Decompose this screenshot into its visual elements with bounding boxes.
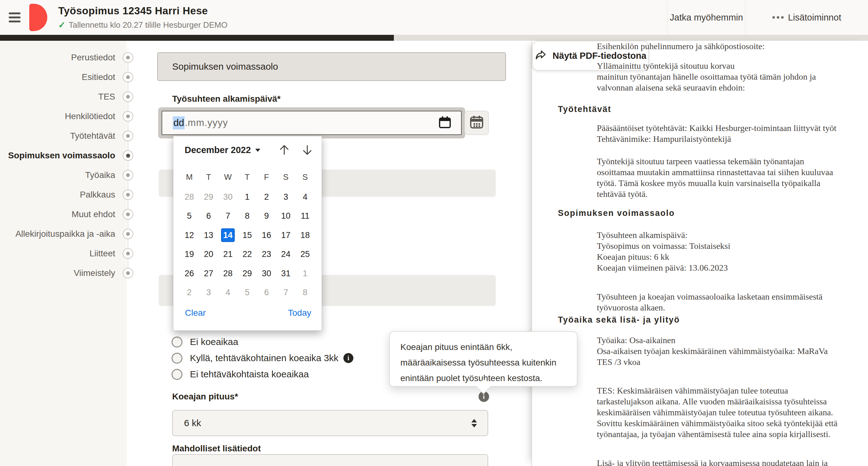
calendar-day[interactable]: 3 <box>199 285 218 300</box>
calendar-day[interactable]: 10 <box>276 209 296 223</box>
sidebar-step-indicator-3[interactable] <box>123 92 133 102</box>
hamburger-menu-icon[interactable] <box>9 12 21 23</box>
month-selector[interactable]: December 2022 <box>185 145 260 155</box>
probation-radio-option-1[interactable]: Ei koeaikaa <box>172 335 238 348</box>
sidebar-step-indicator-6[interactable] <box>123 150 133 161</box>
sidebar-item-10[interactable]: Allekirjoituspaikka ja -aika <box>0 228 115 240</box>
radio-icon[interactable] <box>172 337 182 347</box>
calendar-day[interactable]: 3 <box>276 190 296 204</box>
brand-logo <box>29 4 47 31</box>
calendar-day[interactable]: 4 <box>218 285 238 300</box>
section-header-label: Sopimuksen voimassaolo <box>172 61 278 72</box>
calendar-day[interactable]: 22 <box>238 247 257 261</box>
calendar-day[interactable]: 28 <box>218 266 238 280</box>
progress-fill <box>0 35 394 41</box>
calendar-day[interactable]: 20 <box>199 247 218 261</box>
calendar-day[interactable]: 30 <box>257 266 276 280</box>
pdf-heading: Työtehtävät <box>558 103 612 115</box>
tooltip: Koeajan pituus enintään 6kk, määräaikais… <box>389 331 578 387</box>
sidebar-item-2[interactable]: Esitiedot <box>0 71 115 84</box>
sidebar-step-indicator-10[interactable] <box>123 229 133 239</box>
start-date-input[interactable]: dd.mm.yyyy <box>162 111 462 135</box>
weekday-label: S <box>296 171 315 183</box>
sidebar-step-indicator-5[interactable] <box>123 131 133 141</box>
calendar-day[interactable]: 6 <box>199 209 218 223</box>
calendar-day[interactable]: 24 <box>276 247 296 261</box>
calendar-day[interactable]: 2 <box>180 285 199 300</box>
calendar-day[interactable]: 11 <box>296 209 315 223</box>
calendar-day[interactable]: 5 <box>180 209 199 223</box>
next-month-arrow-icon[interactable] <box>301 143 314 157</box>
calendar-day[interactable]: 13 <box>199 228 218 242</box>
calendar-day[interactable]: 17 <box>276 228 296 242</box>
pdf-heading: Työaika sekä lisä- ja ylityö <box>558 313 680 326</box>
calendar-day[interactable]: 8 <box>296 285 315 300</box>
sidebar-item-7[interactable]: Työaika <box>0 169 115 181</box>
calendar-week-row: 567891011 <box>180 209 315 223</box>
calendar-day[interactable]: 1 <box>238 190 257 204</box>
radio-icon[interactable] <box>172 353 182 364</box>
calendar-day[interactable]: 7 <box>276 285 296 300</box>
calendar-day[interactable]: 7 <box>218 209 238 223</box>
calendar-day[interactable]: 9 <box>257 209 276 223</box>
sidebar-item-3[interactable]: TES <box>0 91 115 103</box>
sidebar-step-indicator-12[interactable] <box>123 268 133 278</box>
sidebar-step-indicator-4[interactable] <box>123 111 133 122</box>
continue-later-button[interactable]: Jatka myöhemmin <box>667 0 745 35</box>
calendar-day[interactable]: 2 <box>257 190 276 204</box>
calendar-day[interactable]: 28 <box>180 190 199 204</box>
sidebar-step-indicator-2[interactable] <box>123 72 133 82</box>
date-day-segment[interactable]: dd <box>173 116 185 129</box>
sidebar-item-6[interactable]: Sopimuksen voimassaolo <box>0 149 115 162</box>
sidebar-item-4[interactable]: Henkilötiedot <box>0 110 115 123</box>
additional-info-textarea[interactable] <box>172 454 488 466</box>
date-rest-segment[interactable]: .mm.yyyy <box>185 117 228 129</box>
calendar-day[interactable]: 30 <box>218 190 238 204</box>
calendar-week-row: 2829301234 <box>180 190 315 204</box>
calendar-day[interactable]: 6 <box>257 285 276 300</box>
sidebar-item-11[interactable]: Liitteet <box>0 247 115 260</box>
calendar-week-row: 2345678 <box>180 285 315 300</box>
more-actions-button[interactable]: Lisätoiminnot <box>745 0 868 35</box>
sidebar-step-indicator-11[interactable] <box>123 248 133 259</box>
calendar-day[interactable]: 27 <box>199 266 218 280</box>
calendar-day[interactable]: 18 <box>296 228 315 242</box>
calendar-day[interactable]: 25 <box>296 247 315 261</box>
probation-radio-option-2[interactable]: Kyllä, tehtäväkohtainen koeaika 3kki <box>172 352 353 365</box>
calendar-day[interactable]: 15 <box>238 228 257 242</box>
sidebar-step-indicator-1[interactable] <box>123 52 133 63</box>
calendar-day-selected[interactable]: 14 <box>218 228 238 242</box>
calendar-day[interactable]: 29 <box>199 190 218 204</box>
probation-length-select[interactable]: 6 kk <box>172 410 488 436</box>
calendar-day[interactable]: 8 <box>238 209 257 223</box>
native-calendar-icon[interactable] <box>438 115 452 130</box>
open-calendar-button[interactable] <box>465 111 489 135</box>
previous-month-arrow-icon[interactable] <box>277 143 291 157</box>
sidebar-step-indicator-7[interactable] <box>123 170 133 180</box>
sidebar-item-5[interactable]: Työtehtävät <box>0 130 115 142</box>
calendar-day[interactable]: 19 <box>180 247 199 261</box>
calendar-clear-button[interactable]: Clear <box>185 308 206 318</box>
pdf-paragraph: Yllämainittu työntekijä sitoutuu korvau … <box>597 60 865 93</box>
calendar-day[interactable]: 1 <box>296 266 315 280</box>
sidebar-item-12[interactable]: Viimeistely <box>0 267 115 279</box>
calendar-day[interactable]: 16 <box>257 228 276 242</box>
sidebar-item-8[interactable]: Palkkaus <box>0 189 115 201</box>
start-date-label: Työsuhteen alkamispäivä* <box>172 94 280 104</box>
calendar-day[interactable]: 21 <box>218 247 238 261</box>
calendar-today-button[interactable]: Today <box>288 308 311 318</box>
probation-radio-option-3[interactable]: Ei tehtäväkohtaista koeaikaa <box>172 368 309 381</box>
calendar-day[interactable]: 26 <box>180 266 199 280</box>
sidebar-step-indicator-8[interactable] <box>123 190 133 200</box>
calendar-day[interactable]: 4 <box>296 190 315 204</box>
calendar-day[interactable]: 31 <box>276 266 296 280</box>
sidebar-step-indicator-9[interactable] <box>123 209 133 220</box>
calendar-day[interactable]: 29 <box>238 266 257 280</box>
calendar-day[interactable]: 23 <box>257 247 276 261</box>
sidebar-item-9[interactable]: Muut ehdot <box>0 208 115 221</box>
sidebar-item-1[interactable]: Perustiedot <box>0 51 115 64</box>
calendar-day[interactable]: 12 <box>180 228 199 242</box>
radio-icon[interactable] <box>172 369 182 380</box>
info-icon[interactable]: i <box>343 353 353 363</box>
calendar-day[interactable]: 5 <box>238 285 257 300</box>
